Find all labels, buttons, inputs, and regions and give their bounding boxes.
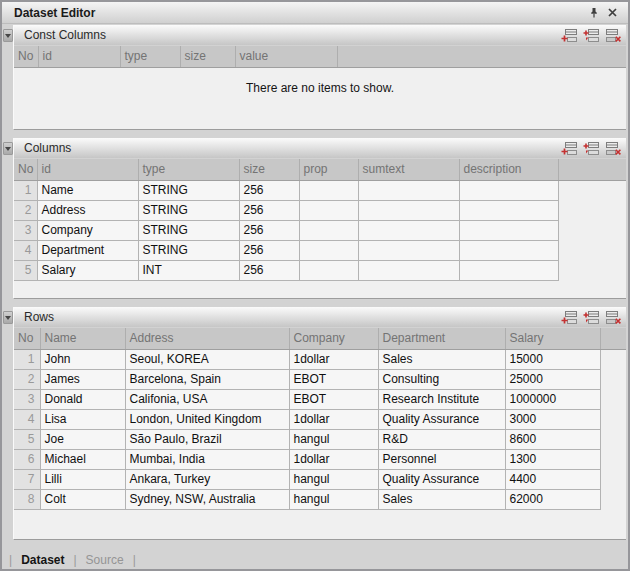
collapse-rows-button[interactable]: [3, 311, 13, 324]
delete-row-button[interactable]: [604, 140, 622, 156]
row-number-cell[interactable]: 3: [14, 389, 40, 409]
cell[interactable]: [459, 200, 558, 220]
collapse-const-columns-button[interactable]: [3, 29, 13, 42]
row-number-cell[interactable]: 7: [14, 469, 40, 489]
cell[interactable]: 8600: [505, 429, 600, 449]
row-number-cell[interactable]: 4: [14, 409, 40, 429]
row-number-cell[interactable]: 8: [14, 489, 40, 509]
cell[interactable]: Lilli: [40, 469, 125, 489]
add-row-button[interactable]: [560, 309, 578, 325]
row-number-cell[interactable]: 4: [14, 240, 37, 260]
row-number-cell[interactable]: 3: [14, 220, 37, 240]
cell[interactable]: Salary: [37, 260, 138, 280]
collapse-columns-button[interactable]: [3, 142, 13, 155]
cell[interactable]: [358, 200, 459, 220]
row-number-cell[interactable]: 2: [14, 369, 40, 389]
cell[interactable]: [459, 220, 558, 240]
cell[interactable]: [299, 260, 358, 280]
cell[interactable]: STRING: [138, 180, 239, 200]
cell[interactable]: 256: [239, 220, 299, 240]
cell[interactable]: 62000: [505, 489, 600, 509]
cell[interactable]: London, United Kingdom: [125, 409, 289, 429]
cell[interactable]: 4400: [505, 469, 600, 489]
row-number-cell[interactable]: 6: [14, 449, 40, 469]
cell[interactable]: Consulting: [378, 369, 505, 389]
cell[interactable]: STRING: [138, 200, 239, 220]
cell[interactable]: [358, 240, 459, 260]
cell[interactable]: 3000: [505, 409, 600, 429]
cell[interactable]: Lisa: [40, 409, 125, 429]
cell[interactable]: 25000: [505, 369, 600, 389]
cell[interactable]: Name: [37, 180, 138, 200]
cell[interactable]: [459, 180, 558, 200]
cell[interactable]: [299, 180, 358, 200]
cell[interactable]: Sydney, NSW, Australia: [125, 489, 289, 509]
cell[interactable]: [358, 220, 459, 240]
cell[interactable]: Quality Assurance: [378, 409, 505, 429]
row-number-cell[interactable]: 1: [14, 349, 40, 369]
insert-row-button[interactable]: [582, 27, 600, 43]
close-button[interactable]: [603, 4, 622, 21]
cell[interactable]: Ankara, Turkey: [125, 469, 289, 489]
cell[interactable]: Colt: [40, 489, 125, 509]
cell[interactable]: Research Institute: [378, 389, 505, 409]
cell[interactable]: Mumbai, India: [125, 449, 289, 469]
cell[interactable]: Address: [37, 200, 138, 220]
cell[interactable]: Barcelona, Spain: [125, 369, 289, 389]
cell[interactable]: Department: [37, 240, 138, 260]
cell[interactable]: Califonia, USA: [125, 389, 289, 409]
cell[interactable]: EBOT: [289, 389, 378, 409]
cell[interactable]: 256: [239, 240, 299, 260]
cell[interactable]: hangul: [289, 469, 378, 489]
delete-row-button[interactable]: [604, 309, 622, 325]
cell[interactable]: [299, 220, 358, 240]
cell[interactable]: 256: [239, 200, 299, 220]
cell[interactable]: STRING: [138, 220, 239, 240]
cell[interactable]: Michael: [40, 449, 125, 469]
row-number-cell[interactable]: 2: [14, 200, 37, 220]
cell[interactable]: [459, 260, 558, 280]
cell[interactable]: Company: [37, 220, 138, 240]
pin-button[interactable]: [584, 4, 603, 21]
cell[interactable]: hangul: [289, 429, 378, 449]
row-number-cell[interactable]: 5: [14, 429, 40, 449]
add-row-button[interactable]: [560, 140, 578, 156]
add-row-button[interactable]: [560, 27, 578, 43]
cell[interactable]: John: [40, 349, 125, 369]
cell[interactable]: Sales: [378, 489, 505, 509]
cell[interactable]: 1dollar: [289, 349, 378, 369]
cell[interactable]: [459, 240, 558, 260]
cell[interactable]: São Paulo, Brazil: [125, 429, 289, 449]
cell[interactable]: Sales: [378, 349, 505, 369]
cell[interactable]: 256: [239, 180, 299, 200]
cell[interactable]: 1dollar: [289, 409, 378, 429]
cell[interactable]: Personnel: [378, 449, 505, 469]
cell[interactable]: Donald: [40, 389, 125, 409]
cell[interactable]: R&D: [378, 429, 505, 449]
tab-separator: |: [133, 553, 136, 567]
cell[interactable]: STRING: [138, 240, 239, 260]
cell[interactable]: [358, 260, 459, 280]
cell[interactable]: Seoul, KOREA: [125, 349, 289, 369]
cell[interactable]: Joe: [40, 429, 125, 449]
cell[interactable]: 1dollar: [289, 449, 378, 469]
cell[interactable]: James: [40, 369, 125, 389]
insert-row-button[interactable]: [582, 309, 600, 325]
cell[interactable]: [299, 240, 358, 260]
delete-row-button[interactable]: [604, 27, 622, 43]
insert-row-button[interactable]: [582, 140, 600, 156]
cell[interactable]: 1000000: [505, 389, 600, 409]
row-number-cell[interactable]: 1: [14, 180, 37, 200]
cell[interactable]: 15000: [505, 349, 600, 369]
cell[interactable]: 256: [239, 260, 299, 280]
cell[interactable]: 1300: [505, 449, 600, 469]
tab-source[interactable]: Source: [86, 553, 124, 567]
row-number-cell[interactable]: 5: [14, 260, 37, 280]
cell[interactable]: EBOT: [289, 369, 378, 389]
cell[interactable]: [299, 200, 358, 220]
cell[interactable]: INT: [138, 260, 239, 280]
cell[interactable]: [358, 180, 459, 200]
cell[interactable]: Quality Assurance: [378, 469, 505, 489]
cell[interactable]: hangul: [289, 489, 378, 509]
tab-dataset[interactable]: Dataset: [21, 553, 64, 567]
